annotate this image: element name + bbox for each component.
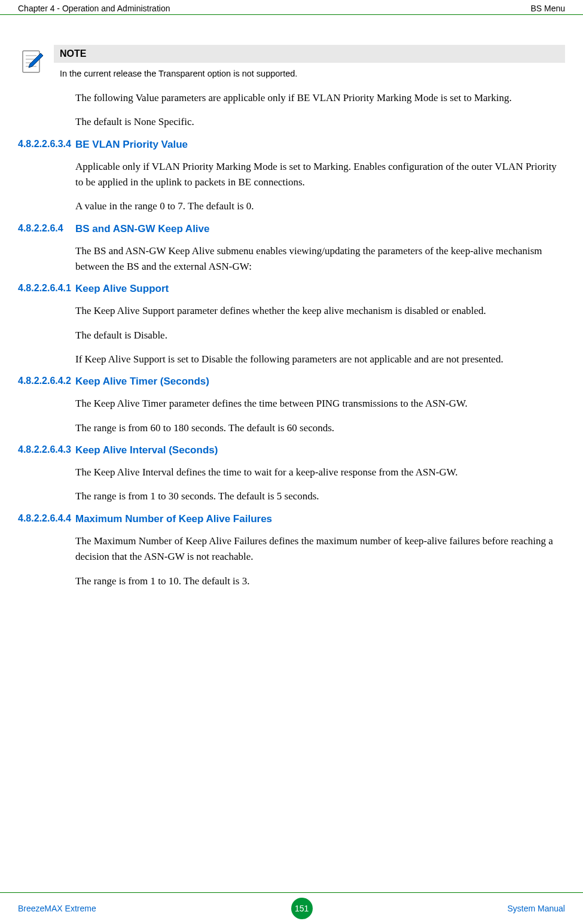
note-content: NOTE In the current release the Transpar… — [54, 45, 565, 78]
header-right: BS Menu — [530, 4, 565, 13]
page-content: NOTE In the current release the Transpar… — [0, 15, 583, 589]
section-header: 4.8.2.2.6.4.1 Keep Alive Support — [18, 283, 565, 295]
section-paragraph: The Maximum Number of Keep Alive Failure… — [75, 533, 565, 565]
section-paragraph: The BS and ASN-GW Keep Alive submenu ena… — [75, 243, 565, 275]
section-number: 4.8.2.2.6.3.4 — [18, 139, 75, 150]
note-block: NOTE In the current release the Transpar… — [18, 45, 565, 78]
section-number: 4.8.2.2.6.4.3 — [18, 444, 75, 455]
section-header: 4.8.2.2.6.4.3 Keep Alive Interval (Secon… — [18, 444, 565, 456]
note-text: In the current release the Transparent o… — [54, 63, 565, 78]
section-paragraph: The Keep Alive Interval defines the time… — [75, 465, 565, 480]
page-number-badge: 151 — [291, 898, 313, 919]
section-number: 4.8.2.2.6.4.1 — [18, 283, 75, 294]
intro-paragraph: The default is None Specific. — [75, 114, 565, 130]
section-header: 4.8.2.2.6.4 BS and ASN-GW Keep Alive — [18, 223, 565, 235]
section-paragraph: A value in the range 0 to 7. The default… — [75, 199, 565, 214]
note-title: NOTE — [54, 45, 565, 63]
section-number: 4.8.2.2.6.4.4 — [18, 513, 75, 524]
section-paragraph: Applicable only if VLAN Priority Marking… — [75, 159, 565, 191]
footer-left: BreezeMAX Extreme — [18, 904, 96, 913]
section-header: 4.8.2.2.6.3.4 BE VLAN Priority Value — [18, 139, 565, 151]
header-left: Chapter 4 - Operation and Administration — [18, 4, 170, 13]
section-paragraph: If Keep Alive Support is set to Disable … — [75, 352, 565, 367]
section-title: Keep Alive Interval (Seconds) — [75, 444, 218, 456]
section-header: 4.8.2.2.6.4.4 Maximum Number of Keep Ali… — [18, 513, 565, 525]
page-footer: BreezeMAX Extreme 151 System Manual — [0, 892, 583, 924]
section-paragraph: The range is from 1 to 10. The default i… — [75, 574, 565, 589]
section-number: 4.8.2.2.6.4.2 — [18, 376, 75, 386]
section-paragraph: The range is from 1 to 30 seconds. The d… — [75, 489, 565, 504]
section-title: Keep Alive Timer (Seconds) — [75, 376, 209, 388]
section-title: Maximum Number of Keep Alive Failures — [75, 513, 272, 525]
section-paragraph: The default is Disable. — [75, 328, 565, 343]
section-number: 4.8.2.2.6.4 — [18, 223, 75, 234]
footer-right: System Manual — [508, 904, 565, 913]
page-header: Chapter 4 - Operation and Administration… — [0, 0, 583, 15]
section-title: BS and ASN-GW Keep Alive — [75, 223, 210, 235]
note-icon — [18, 47, 47, 76]
section-title: Keep Alive Support — [75, 283, 169, 295]
section-paragraph: The Keep Alive Timer parameter defines t… — [75, 396, 565, 411]
section-paragraph: The Keep Alive Support parameter defines… — [75, 303, 565, 319]
section-header: 4.8.2.2.6.4.2 Keep Alive Timer (Seconds) — [18, 376, 565, 388]
section-title: BE VLAN Priority Value — [75, 139, 188, 151]
intro-paragraph: The following Value parameters are appli… — [75, 90, 565, 106]
section-paragraph: The range is from 60 to 180 seconds. The… — [75, 420, 565, 436]
